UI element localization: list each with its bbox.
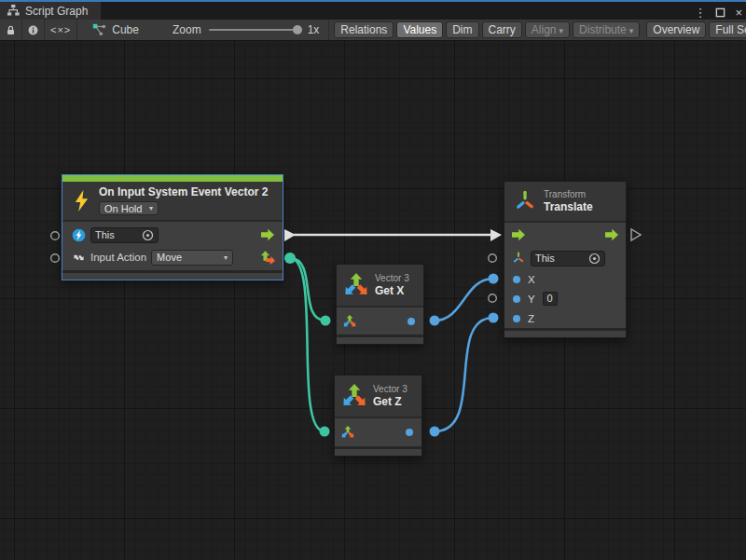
carry-button[interactable]: Carry bbox=[482, 21, 522, 38]
input-action-label: Input Action bbox=[90, 252, 146, 263]
wire-end-getx-in[interactable] bbox=[321, 316, 331, 326]
info-icon bbox=[28, 23, 38, 37]
node-get-x[interactable]: Vector 3 Get X bbox=[336, 264, 424, 345]
tab-title: Script Graph bbox=[25, 5, 88, 18]
control-wire bbox=[284, 229, 502, 241]
control-output-port[interactable] bbox=[260, 228, 275, 241]
zoom-handle[interactable] bbox=[293, 25, 302, 34]
input-action-icon bbox=[72, 251, 86, 265]
code-view-button[interactable]: <×> bbox=[45, 20, 77, 40]
graph-toolbar: <×> Cube Zoom 1x Relations Values Dim Ca… bbox=[0, 20, 746, 41]
align-dropdown[interactable]: Align▾ bbox=[525, 21, 570, 38]
node-category: Vector 3 bbox=[373, 384, 408, 394]
zoom-slider[interactable] bbox=[209, 29, 300, 31]
input-action-dropdown[interactable]: Move ▾ bbox=[151, 250, 233, 266]
wire-end-x-in[interactable] bbox=[489, 274, 499, 284]
node-footer bbox=[62, 270, 283, 280]
port-x-label: X bbox=[528, 274, 535, 285]
flow-machine-icon bbox=[72, 228, 86, 242]
node-title: Translate bbox=[544, 200, 593, 213]
caret-down-icon: ▾ bbox=[218, 253, 228, 262]
vector3-input-port[interactable] bbox=[343, 315, 356, 328]
float-output-port[interactable] bbox=[408, 318, 415, 325]
port-y-value-field[interactable]: 0 bbox=[543, 292, 558, 306]
dim-button[interactable]: Dim bbox=[446, 21, 478, 38]
transform-icon bbox=[514, 190, 536, 212]
lightning-icon bbox=[73, 189, 90, 212]
vector3-input-port[interactable] bbox=[341, 426, 354, 439]
port-marker-event-in-2[interactable] bbox=[51, 254, 60, 263]
translate-this-field[interactable]: This bbox=[531, 251, 605, 266]
maximize-icon[interactable] bbox=[715, 7, 725, 18]
node-get-z[interactable]: Vector 3 Get Z bbox=[334, 375, 422, 457]
node-footer bbox=[335, 446, 421, 456]
zoom-control: Zoom 1x bbox=[148, 23, 328, 36]
port-x-dot[interactable] bbox=[513, 276, 520, 283]
node-category: Vector 3 bbox=[375, 273, 409, 283]
vector2-output-port[interactable] bbox=[260, 250, 276, 265]
node-footer bbox=[337, 335, 423, 344]
fullscreen-button[interactable]: Full Screen bbox=[709, 21, 746, 38]
info-button[interactable] bbox=[22, 20, 45, 40]
graph-hierarchy-icon bbox=[7, 4, 21, 18]
port-marker-translate-y[interactable] bbox=[489, 294, 497, 303]
node-footer bbox=[504, 328, 626, 337]
wire-vector2-to-getx bbox=[290, 258, 325, 321]
toolbar-buttons: Relations Values Dim Carry Align▾ Distri… bbox=[328, 20, 746, 40]
port-marker-translate-this[interactable] bbox=[489, 254, 497, 263]
node-translate[interactable]: Transform Translate This bbox=[504, 181, 627, 338]
node-title: Get X bbox=[375, 284, 409, 297]
caret-down-icon: ▾ bbox=[629, 26, 634, 35]
vector3-icon bbox=[342, 384, 366, 408]
node-title: On Input System Event Vector 2 bbox=[99, 185, 268, 198]
control-output-port[interactable] bbox=[604, 228, 619, 241]
port-y-label: Y bbox=[528, 294, 535, 305]
caret-down-icon: ▾ bbox=[144, 204, 153, 212]
graph-name: Cube bbox=[112, 23, 139, 36]
node-title: Get Z bbox=[373, 395, 408, 408]
node-on-input-system-event[interactable]: On Input System Event Vector 2 On Hold ▾… bbox=[62, 174, 283, 280]
port-z-dot[interactable] bbox=[513, 315, 520, 322]
transform-port-icon[interactable] bbox=[512, 252, 525, 265]
wire-end-z-in[interactable] bbox=[489, 313, 499, 323]
distribute-dropdown[interactable]: Distribute▾ bbox=[573, 21, 640, 38]
wire-end-getz-in[interactable] bbox=[320, 427, 330, 437]
values-button[interactable]: Values bbox=[396, 21, 443, 38]
zoom-label: Zoom bbox=[173, 23, 201, 36]
control-input-port[interactable] bbox=[511, 228, 526, 241]
lock-icon bbox=[6, 23, 16, 37]
port-y-dot[interactable] bbox=[513, 295, 520, 303]
lock-button[interactable] bbox=[0, 20, 22, 40]
relations-button[interactable]: Relations bbox=[334, 21, 394, 38]
event-this-field[interactable]: This bbox=[90, 227, 159, 243]
window-focus-line bbox=[0, 0, 746, 2]
target-picker-icon[interactable] bbox=[588, 253, 601, 265]
graph-breadcrumb-cube[interactable]: Cube bbox=[85, 20, 148, 40]
wire-end-getz-out[interactable] bbox=[430, 427, 440, 437]
float-output-port[interactable] bbox=[406, 429, 413, 436]
wire-getz-to-z bbox=[435, 318, 493, 431]
port-marker-event-in-1[interactable] bbox=[51, 232, 60, 240]
overview-button[interactable]: Overview bbox=[646, 21, 706, 38]
graph-canvas[interactable]: On Input System Event Vector 2 On Hold ▾… bbox=[0, 41, 746, 560]
wire-end-vector2-out[interactable] bbox=[284, 253, 296, 264]
code-glyph: <×> bbox=[50, 24, 71, 35]
port-marker-translate-out[interactable] bbox=[631, 229, 641, 240]
wire-getx-to-x bbox=[435, 279, 493, 321]
close-icon[interactable]: × bbox=[735, 7, 742, 19]
vector3-icon bbox=[344, 273, 368, 297]
event-mode-dropdown[interactable]: On Hold ▾ bbox=[99, 201, 159, 215]
target-picker-icon[interactable] bbox=[142, 229, 154, 241]
tab-script-graph[interactable]: Script Graph bbox=[0, 2, 101, 20]
event-color-strip bbox=[62, 175, 283, 182]
wire-end-getx-out[interactable] bbox=[430, 316, 440, 326]
port-z-label: Z bbox=[528, 313, 534, 324]
zoom-value: 1x bbox=[308, 23, 320, 36]
caret-down-icon: ▾ bbox=[560, 26, 564, 35]
node-category: Transform bbox=[544, 189, 593, 199]
kebab-menu-icon[interactable]: ⋮ bbox=[694, 7, 706, 19]
tab-bar: Script Graph ⋮ × bbox=[0, 2, 746, 20]
wire-vector2-to-getz bbox=[290, 258, 325, 431]
script-graph-icon bbox=[92, 23, 106, 37]
